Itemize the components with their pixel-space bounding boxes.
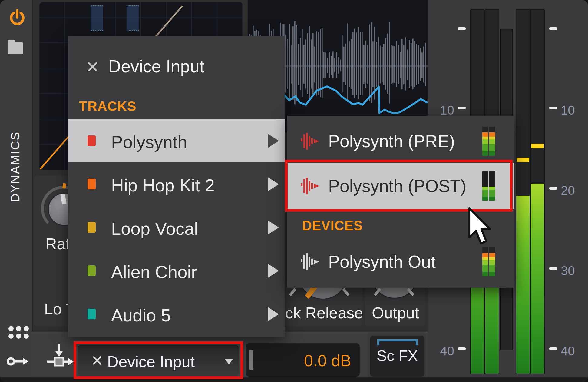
meter-scale-label-right: 30 xyxy=(561,264,582,278)
meter-scale-tick-left xyxy=(458,347,466,350)
devices-section-header: DEVICES xyxy=(302,218,363,233)
sidechain-routing-icon xyxy=(45,343,74,374)
output-label: Output xyxy=(372,304,419,322)
submenu-arrow-icon xyxy=(268,221,279,234)
ratio-label: Rat xyxy=(45,235,70,253)
track-label: Hip Hop Kit 2 xyxy=(111,175,215,195)
menu-item-hip-hop-kit-2[interactable]: Hip Hop Kit 2 xyxy=(68,162,285,206)
meter-scale-tick-right xyxy=(549,27,557,30)
track-label: Polysynth xyxy=(111,132,187,152)
track-label: Loop Vocal xyxy=(111,218,198,239)
meter-scale-label-right: 20 xyxy=(561,183,582,198)
track-label: Alien Choir xyxy=(111,262,197,282)
power-icon[interactable] xyxy=(8,8,26,26)
submenu-arrow-icon xyxy=(268,134,279,148)
menu-item-loop-vocal[interactable]: Loop Vocal xyxy=(68,206,285,249)
mapping-arrow-icon[interactable] xyxy=(7,354,30,368)
meter-scale-label-left: 10 xyxy=(437,103,454,118)
track-color-swatch xyxy=(88,135,96,146)
preset-folder-icon[interactable] xyxy=(8,42,23,54)
release-label: ck Release xyxy=(285,304,363,322)
menu-clear-item[interactable]: Device Input xyxy=(108,56,204,76)
annotation-box-device-input xyxy=(74,341,243,379)
submenu-item-polysynth-pre-[interactable]: Polysynth (PRE) xyxy=(287,121,514,161)
mini-level-meter xyxy=(482,127,495,156)
x-icon[interactable]: ✕ xyxy=(86,58,99,77)
mini-level-meter xyxy=(482,247,495,276)
sidechain-gain-field[interactable]: 0.0 dB xyxy=(246,343,360,377)
submenu-item-label: Polysynth Out xyxy=(328,252,436,272)
track-label: Audio 5 xyxy=(111,305,171,325)
meter-scale-tick-left xyxy=(458,27,466,30)
meter-scale-tick-right xyxy=(549,187,557,190)
meter-scale-tick-right xyxy=(549,347,557,350)
menu-item-alien-choir[interactable]: Alien Choir xyxy=(68,249,285,292)
meter-scale-tick-right xyxy=(549,107,557,109)
menu-item-polysynth[interactable]: Polysynth xyxy=(68,119,285,162)
meter-scale-label-left: 40 xyxy=(437,344,454,358)
track-color-swatch xyxy=(88,222,96,233)
device-sidebar: DYNAMICS xyxy=(0,0,33,382)
grip-dots-icon[interactable] xyxy=(8,326,29,339)
meter-scale-label-right: 10 xyxy=(561,103,582,118)
red-waveform-icon xyxy=(300,132,320,150)
sc-fx-active-bracket xyxy=(377,339,418,345)
meter-bar-right-R xyxy=(530,9,545,374)
meter-bar-right-L xyxy=(516,9,530,374)
gain-fader-tick xyxy=(249,350,253,370)
gain-value: 0.0 dB xyxy=(304,351,351,370)
submenu-arrow-icon xyxy=(268,307,279,321)
sc-fx-label: Sc FX xyxy=(370,347,424,365)
ratio-knob-dot xyxy=(62,183,66,188)
submenu-arrow-icon xyxy=(268,264,279,278)
submenu-arrow-icon xyxy=(268,177,279,191)
track-color-swatch xyxy=(88,179,96,189)
graph-highlight-band xyxy=(91,5,103,31)
tracks-section-header: TRACKS xyxy=(79,99,136,114)
sc-fx-button[interactable]: Sc FX xyxy=(370,336,424,377)
submenu-item-polysynth-out[interactable]: Polysynth Out xyxy=(287,241,514,283)
meter-scale-tick-right xyxy=(549,267,557,270)
annotation-box-polysynth-post xyxy=(285,160,513,212)
gray-waveform-icon xyxy=(300,253,320,271)
track-color-swatch xyxy=(88,309,96,319)
device-name-label: DYNAMICS xyxy=(0,118,30,215)
mouse-cursor xyxy=(467,207,502,246)
meter-scale-tick-left xyxy=(458,107,466,109)
menu-item-audio-5[interactable]: Audio 5 xyxy=(68,292,285,336)
submenu-item-label: Polysynth (PRE) xyxy=(328,131,455,151)
track-color-swatch xyxy=(88,265,96,276)
meter-scale-label-right: 40 xyxy=(561,344,582,358)
sidechain-source-menu: ✕ Device Input TRACKS PolysynthHip Hop K… xyxy=(68,36,285,337)
graph-highlight-band xyxy=(127,5,139,31)
dynamics-device-window: DYNAMICS 1010202030304040 xyxy=(0,0,588,382)
